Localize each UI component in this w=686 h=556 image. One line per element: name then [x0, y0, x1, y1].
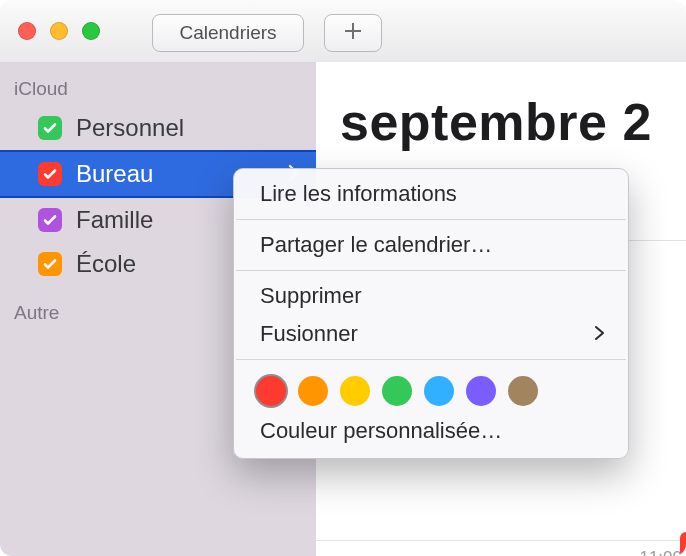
menu-item-label: Fusionner — [260, 321, 358, 347]
menu-get-info[interactable]: Lire les informations — [234, 175, 628, 213]
menu-item-label: Lire les informations — [260, 181, 457, 207]
menu-separator — [236, 270, 626, 271]
swatch-orange[interactable] — [298, 376, 328, 406]
menu-item-label: Supprimer — [260, 283, 361, 309]
sidebar-item-label: Bureau — [76, 160, 153, 188]
zoom-icon[interactable] — [82, 22, 100, 40]
swatch-brown[interactable] — [508, 376, 538, 406]
menu-custom-color[interactable]: Couleur personnalisée… — [234, 412, 628, 450]
plus-icon — [343, 21, 363, 46]
swatch-yellow[interactable] — [340, 376, 370, 406]
chevron-right-icon — [594, 321, 606, 347]
menu-delete[interactable]: Supprimer — [234, 277, 628, 315]
minimize-icon[interactable] — [50, 22, 68, 40]
checkbox-icon[interactable] — [38, 252, 62, 276]
sidebar-item-label: Famille — [76, 206, 153, 234]
swatch-blue[interactable] — [424, 376, 454, 406]
checkbox-icon[interactable] — [38, 116, 62, 140]
context-menu: Lire les informations Partager le calend… — [233, 168, 629, 459]
menu-share-calendar[interactable]: Partager le calendrier… — [234, 226, 628, 264]
swatch-red[interactable] — [256, 376, 286, 406]
swatch-purple[interactable] — [466, 376, 496, 406]
sidebar-item-personnel[interactable]: Personnel — [0, 106, 316, 150]
color-swatches — [234, 366, 628, 412]
add-button[interactable] — [324, 14, 382, 52]
app-window: { "toolbar": { "calendars_button": "Cale… — [0, 0, 686, 556]
time-label-11: 11:00 — [639, 548, 682, 556]
close-icon[interactable] — [18, 22, 36, 40]
menu-separator — [236, 219, 626, 220]
swatch-green[interactable] — [382, 376, 412, 406]
menu-item-label: Couleur personnalisée… — [260, 418, 502, 444]
sidebar-item-label: Personnel — [76, 114, 184, 142]
menu-item-label: Partager le calendrier… — [260, 232, 492, 258]
menu-merge[interactable]: Fusionner — [234, 315, 628, 353]
menu-separator — [236, 359, 626, 360]
calendars-button[interactable]: Calendriers — [152, 14, 304, 52]
window-controls — [18, 22, 100, 40]
checkbox-icon[interactable] — [38, 162, 62, 186]
checkbox-icon[interactable] — [38, 208, 62, 232]
titlebar: Calendriers — [0, 0, 686, 63]
section-icloud-label: iCloud — [0, 62, 316, 106]
calendars-button-label: Calendriers — [179, 22, 276, 44]
gridline — [316, 540, 686, 541]
sidebar-item-label: École — [76, 250, 136, 278]
month-title: septembre 2 — [340, 92, 652, 152]
